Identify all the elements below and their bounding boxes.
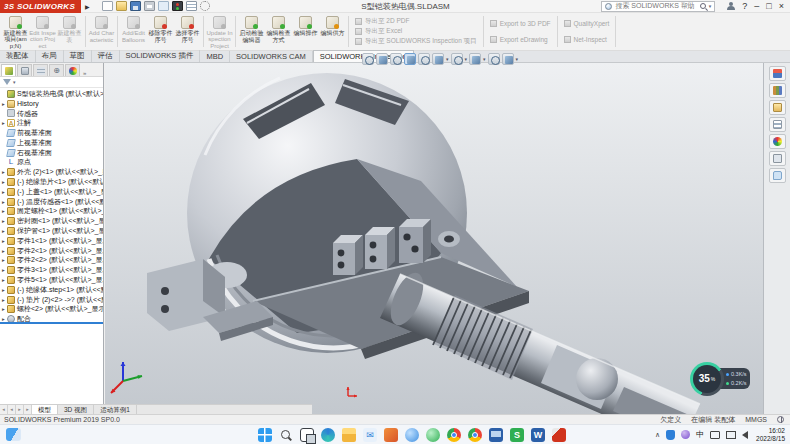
- view-palette-button[interactable]: [769, 117, 786, 132]
- edit-operations-button[interactable]: 编辑操作: [292, 14, 319, 49]
- command-tab-4[interactable]: SOLIDWORKS 插件: [120, 50, 201, 62]
- tab-scroll-prev-icon[interactable]: ◂: [8, 405, 16, 414]
- hide-show-items-button[interactable]: [469, 53, 481, 65]
- view-orientation-button[interactable]: [432, 53, 444, 65]
- app-orange-app-icon[interactable]: [384, 428, 398, 442]
- command-tab-6[interactable]: SOLIDWORKS CAM: [230, 51, 313, 62]
- tree-item[interactable]: ▸零件1<1> (默认<<默认>_显示状态: [0, 236, 103, 246]
- tree-item[interactable]: ▸零件3<1> (默认<<默认>_显示状: [0, 265, 103, 275]
- display-icon[interactable]: [726, 431, 736, 439]
- tree-expand-icon[interactable]: ▸: [0, 287, 7, 293]
- display-style-dropdown-icon[interactable]: ▾: [465, 56, 468, 62]
- tab-scroll-next-icon[interactable]: ▸: [16, 405, 24, 414]
- security-shield-icon[interactable]: [666, 430, 675, 440]
- select-balloons-button[interactable]: 选择零件序号: [174, 14, 201, 49]
- feature-tree-root[interactable]: S型铠装热电偶 (默认<默认>_显示状态-1): [0, 89, 103, 99]
- app-wheel-app-icon[interactable]: [447, 428, 461, 442]
- tree-item[interactable]: 上视基准面: [0, 138, 103, 148]
- keyboard-icon[interactable]: [710, 431, 720, 439]
- panel-tab-dimxpertmanager[interactable]: ⊕: [49, 64, 64, 76]
- tree-item[interactable]: ▸保护管<1> (默认<<默认>_显示状: [0, 226, 103, 236]
- tree-item[interactable]: ▸配合: [0, 314, 103, 322]
- new-inspection-project-button[interactable]: 新建检查项目(amp;N): [2, 14, 29, 49]
- design-library-button[interactable]: [769, 83, 786, 98]
- help-button[interactable]: ?: [742, 1, 747, 11]
- print-button[interactable]: [144, 1, 155, 11]
- doc-tab-2[interactable]: 运动算例1: [94, 405, 137, 414]
- tree-expand-icon[interactable]: ▸: [0, 297, 7, 303]
- clock[interactable]: 16:02 2022/8/15: [756, 427, 785, 442]
- search-dropdown-icon[interactable]: ▾: [709, 3, 712, 9]
- tree-expand-icon[interactable]: ▸: [0, 257, 7, 263]
- panel-tab-configurationmanager[interactable]: [33, 64, 48, 76]
- appearances-button[interactable]: [769, 134, 786, 149]
- custom-properties-button[interactable]: [769, 151, 786, 166]
- tree-item[interactable]: 右视基准面: [0, 148, 103, 158]
- tree-item[interactable]: 前视基准面: [0, 128, 103, 138]
- section-view-button[interactable]: [404, 53, 416, 65]
- previous-view-button[interactable]: [390, 53, 402, 65]
- save-button[interactable]: [130, 1, 141, 11]
- taskbar-search-button[interactable]: [279, 428, 293, 442]
- open-button[interactable]: [116, 1, 127, 11]
- panel-tab-featuremanager[interactable]: [1, 64, 16, 76]
- tree-expand-icon[interactable]: ▸: [0, 238, 7, 244]
- rebuild-button[interactable]: [172, 1, 183, 11]
- tree-item[interactable]: ▸(-) 绝缘垫片<1> (默认<<默认>_显: [0, 177, 103, 187]
- tree-item[interactable]: ▸密封圈<1> (默认<<默认>_显示状: [0, 216, 103, 226]
- panel-tabs-overflow-icon[interactable]: »: [83, 70, 86, 76]
- tree-expand-icon[interactable]: ▸: [0, 218, 7, 224]
- panel-tab-propertymanager[interactable]: [17, 64, 32, 76]
- ime-language-indicator[interactable]: 中: [696, 429, 704, 440]
- tree-expand-icon[interactable]: ▸: [0, 169, 7, 175]
- new-button[interactable]: [102, 1, 113, 11]
- tree-expand-icon[interactable]: ▸: [0, 179, 7, 185]
- tree-expand-icon[interactable]: ▸: [0, 199, 7, 205]
- tree-expand-icon[interactable]: ▸: [0, 248, 7, 254]
- speaker-icon[interactable]: [742, 431, 748, 439]
- tree-item[interactable]: ▸(-) 垫片 (2)<2> ->? (默认<<默认>_: [0, 295, 103, 305]
- launch-inspection-editor-button[interactable]: 启动检验编辑器: [238, 14, 265, 49]
- edit-inspection-methods-button[interactable]: 编辑检查方式: [265, 14, 292, 49]
- tree-expand-icon[interactable]: ▸: [0, 120, 7, 126]
- tree-item[interactable]: ▸(-) 上盖<1> (默认<<默认>_显示状: [0, 187, 103, 197]
- app-word-app-icon[interactable]: W: [531, 428, 545, 442]
- doc-tab-0[interactable]: 模型: [32, 405, 58, 414]
- tree-item[interactable]: ▸零件2<2> (默认<<默认>_显示状: [0, 256, 103, 266]
- edit-vendors-button[interactable]: 编辑供方: [319, 14, 346, 49]
- search-icon[interactable]: [700, 3, 706, 9]
- app-monitor-app-icon[interactable]: [489, 428, 503, 442]
- select-button[interactable]: [158, 1, 169, 11]
- globe-icon[interactable]: [777, 416, 784, 423]
- search-box[interactable]: 搜索 SOLIDWORKS 帮助 ▾: [601, 1, 715, 12]
- close-button[interactable]: ×: [779, 1, 784, 11]
- forum-button[interactable]: [769, 168, 786, 183]
- tree-item[interactable]: ▸History: [0, 99, 103, 109]
- maximize-button[interactable]: □: [766, 1, 771, 11]
- app-green-app-icon[interactable]: [426, 428, 440, 442]
- file-explorer-button[interactable]: [769, 100, 786, 115]
- app-s-green-app-icon[interactable]: S: [510, 428, 524, 442]
- command-tab-5[interactable]: MBD: [200, 51, 230, 62]
- minimize-button[interactable]: –: [754, 1, 759, 11]
- file-properties-button[interactable]: [186, 1, 197, 11]
- tree-item[interactable]: ▸外壳 (2)<1> (默认<<默认>_显示状: [0, 167, 103, 177]
- command-tab-3[interactable]: 评估: [92, 50, 120, 62]
- view-orientation-dropdown-icon[interactable]: ▾: [446, 56, 449, 62]
- edge-app-icon[interactable]: [321, 428, 335, 442]
- tab-scroll-last-icon[interactable]: ▸: [24, 405, 32, 414]
- command-tab-1[interactable]: 布局: [36, 50, 64, 62]
- panel-tab-displaymanager[interactable]: [65, 64, 80, 76]
- tree-expand-icon[interactable]: ▸: [0, 208, 7, 214]
- tray-chevron-up-icon[interactable]: ∧: [655, 431, 660, 439]
- filter-dropdown-icon[interactable]: ▾: [13, 79, 16, 85]
- display-style-button[interactable]: [451, 53, 463, 65]
- tree-item[interactable]: ▸螺栓<2> (默认<<默认>_显示状态: [0, 305, 103, 315]
- tree-item[interactable]: ▸零件2<1> (默认<<默认>_显示状: [0, 246, 103, 256]
- zoom-to-fit-button[interactable]: [362, 53, 374, 65]
- app-cloud-app-icon[interactable]: [405, 428, 419, 442]
- tree-expand-icon[interactable]: ▸: [0, 277, 7, 283]
- tree-item[interactable]: ▸固定螺栓<1> (默认<<默认>_显示: [0, 207, 103, 217]
- network-monitor-overlay[interactable]: 35% 0.3K/s 0.2K/s: [690, 360, 754, 397]
- edit-appearance-button[interactable]: [488, 53, 500, 65]
